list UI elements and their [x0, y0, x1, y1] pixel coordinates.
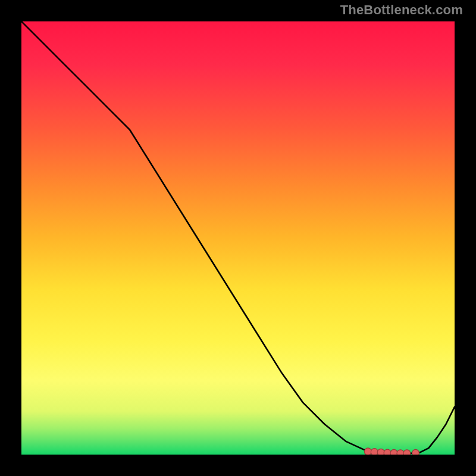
marker-point	[377, 449, 384, 455]
marker-point	[397, 450, 404, 455]
marker-point	[412, 449, 419, 455]
marker-point	[403, 450, 411, 455]
marker-point	[364, 448, 371, 455]
plot-area	[21, 21, 455, 455]
marker-point	[371, 449, 378, 455]
marker-point	[384, 449, 391, 455]
bottleneck-curve	[21, 21, 455, 453]
chart-wrapper: TheBottleneck.com	[0, 0, 476, 476]
marker-point	[390, 449, 397, 455]
watermark-text: TheBottleneck.com	[340, 2, 463, 18]
chart-svg	[21, 21, 455, 455]
